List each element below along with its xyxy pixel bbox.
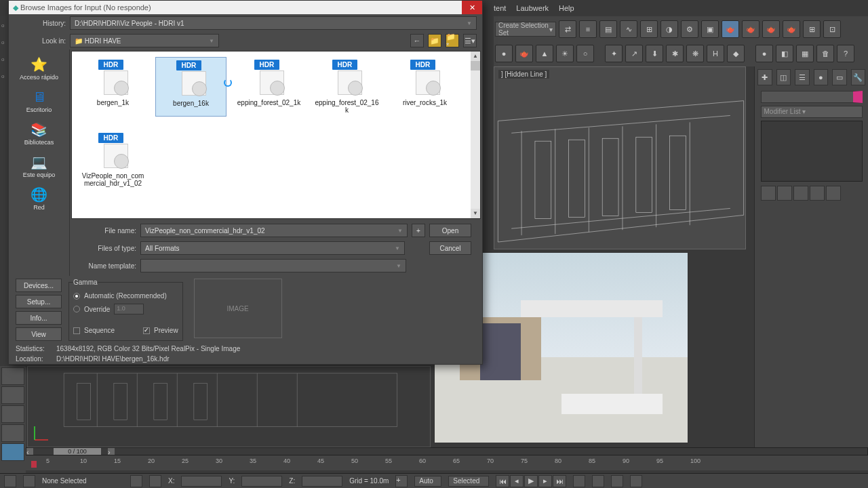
open-button[interactable]: Open bbox=[429, 224, 471, 237]
obj-teapot-icon[interactable]: 🫖 bbox=[515, 45, 533, 62]
gamma-auto-row[interactable]: Automatic (Recommended) bbox=[73, 290, 178, 302]
z-field[interactable] bbox=[302, 476, 342, 487]
sequence-checkbox[interactable] bbox=[73, 327, 80, 334]
toolbar-material-icon[interactable]: ◑ bbox=[660, 20, 678, 38]
place-acceso-rápido[interactable]: ⭐Acceso rápido bbox=[9, 52, 69, 85]
play-icon[interactable]: ▶ bbox=[524, 475, 538, 487]
time-slider-knob[interactable]: 0 / 100 bbox=[54, 448, 101, 455]
unique-icon[interactable] bbox=[793, 186, 808, 201]
filename-field[interactable]: VizPeople_non_commercial_hdr_v1_02▼ bbox=[140, 224, 408, 237]
autokey-button[interactable]: Auto bbox=[414, 476, 441, 487]
fx-particle-icon[interactable]: ✦ bbox=[605, 45, 623, 62]
y-field[interactable] bbox=[241, 476, 282, 487]
place-red[interactable]: 🌐Red bbox=[9, 182, 69, 215]
toolbar-teapot3-icon[interactable]: 🫖 bbox=[762, 20, 780, 38]
lock-icon[interactable] bbox=[23, 475, 35, 487]
scroll-up-icon[interactable]: ▲ bbox=[471, 52, 480, 61]
toolbar-mirror-icon[interactable]: ⇄ bbox=[559, 20, 576, 38]
toolbar-render-icon[interactable]: 🫖 bbox=[722, 20, 739, 38]
fx-misc-icon[interactable]: ◆ bbox=[727, 45, 745, 62]
config-mod-icon[interactable] bbox=[826, 186, 841, 201]
remove-mod-icon[interactable] bbox=[810, 186, 825, 201]
toolbar-grid-icon[interactable]: ⊞ bbox=[803, 20, 821, 38]
prev-frame-icon[interactable]: ◂ bbox=[510, 475, 524, 487]
layout-btn-2[interactable] bbox=[1, 386, 24, 404]
modify-tab-icon[interactable]: ◫ bbox=[776, 69, 791, 85]
viewport-perspective-wire[interactable]: ] [Hidden Line ] bbox=[494, 66, 746, 249]
fx-text-icon[interactable]: H bbox=[707, 45, 724, 62]
toolbar-render-setup-icon[interactable]: ⚙ bbox=[681, 20, 698, 38]
toolbar-schematic-icon[interactable]: ⊞ bbox=[640, 20, 658, 38]
nav-up-icon[interactable]: 📁 bbox=[428, 34, 441, 47]
obj-circle-icon[interactable]: ○ bbox=[576, 45, 594, 62]
menu-help[interactable]: Help bbox=[559, 4, 574, 12]
obj-sun-icon[interactable]: ☀ bbox=[556, 45, 574, 62]
place-escritorio[interactable]: 🖥Escritorio bbox=[9, 85, 69, 117]
toolbar-render-frame-icon[interactable]: ▣ bbox=[701, 20, 719, 38]
place-bibliotecas[interactable]: 📚Bibliotecas bbox=[9, 117, 69, 150]
gamma-spinner[interactable]: 1.0 bbox=[114, 304, 144, 314]
history-combo[interactable]: D:\HDRI\HDRI\Viz People - HDRI v1▼ bbox=[70, 16, 477, 30]
fx-foliage-icon[interactable]: ❋ bbox=[686, 45, 704, 62]
file-item[interactable]: HDRepping_forest_02_1k bbox=[233, 57, 304, 117]
shade-help-icon[interactable]: ? bbox=[837, 45, 854, 62]
file-list-area[interactable]: HDRbergen_1kHDRbergen_16kHDRepping_fores… bbox=[71, 51, 481, 219]
shade-box-icon[interactable]: ◧ bbox=[776, 45, 793, 62]
layout-btn-active[interactable] bbox=[1, 443, 24, 461]
scroll-down-icon[interactable]: ▼ bbox=[471, 209, 480, 218]
fx-gravity-icon[interactable]: ⬇ bbox=[646, 45, 663, 62]
lookin-combo[interactable]: 📁 HDRI HAVE▼ bbox=[70, 34, 219, 47]
fx-wind-icon[interactable]: ↗ bbox=[625, 45, 643, 62]
nav-viewmode-icon[interactable]: ☰▾ bbox=[463, 34, 477, 47]
filename-plus-button[interactable]: + bbox=[412, 224, 425, 237]
gamma-override-radio[interactable] bbox=[73, 306, 80, 312]
obj-sphere-icon[interactable]: ● bbox=[495, 45, 513, 62]
create-tab-icon[interactable]: ✚ bbox=[757, 69, 772, 85]
filetype-combo[interactable]: All Formats▼ bbox=[140, 241, 405, 255]
hierarchy-tab-icon[interactable]: ☰ bbox=[795, 69, 810, 85]
goto-end-icon[interactable]: ⏭ bbox=[553, 475, 566, 487]
layout-btn-4[interactable] bbox=[1, 424, 24, 442]
file-item[interactable]: HDRbergen_1k bbox=[77, 57, 149, 117]
dialog-close-button[interactable]: ✕ bbox=[462, 1, 482, 14]
x-field[interactable] bbox=[181, 476, 222, 487]
toolbar-teapot4-icon[interactable]: 🫖 bbox=[783, 20, 800, 38]
shade-checker-icon[interactable]: ▦ bbox=[796, 45, 814, 62]
preview-checkbox[interactable] bbox=[143, 327, 150, 334]
toolbar-curve-icon[interactable]: ∿ bbox=[620, 20, 637, 38]
next-frame-icon[interactable]: ▸ bbox=[538, 475, 552, 487]
menu-content[interactable]: tent bbox=[494, 4, 506, 12]
toolbar-snap-icon[interactable]: ⊡ bbox=[823, 20, 841, 38]
object-name-field[interactable] bbox=[761, 91, 863, 103]
fx-deflector-icon[interactable]: ✱ bbox=[666, 45, 684, 62]
add-time-tag-icon[interactable]: + bbox=[395, 475, 408, 487]
show-end-icon[interactable] bbox=[777, 186, 792, 201]
file-item[interactable]: HDRbergen_16k bbox=[155, 57, 226, 117]
file-item[interactable]: HDRepping_forest_02_16k bbox=[311, 57, 382, 117]
scroll-thumb[interactable] bbox=[471, 61, 480, 70]
time-scroll-right-icon[interactable]: › bbox=[108, 448, 115, 455]
selection-set-combo[interactable]: Create Selection Set▾ bbox=[495, 22, 556, 37]
viewport-orthographic[interactable] bbox=[27, 366, 431, 447]
nav-newfolder-icon[interactable]: 📁* bbox=[446, 34, 459, 47]
nav-back-icon[interactable]: ← bbox=[410, 34, 424, 47]
time-current-marker[interactable] bbox=[31, 461, 37, 468]
time-ruler[interactable]: 5101520253035404550556065707580859095100 bbox=[26, 455, 868, 470]
nav-orbit-icon[interactable] bbox=[611, 475, 623, 487]
menu-laubwerk[interactable]: Laubwerk bbox=[516, 4, 549, 12]
coord-sys-icon[interactable] bbox=[130, 475, 142, 487]
modifier-list-combo[interactable]: Modifier List ▾ bbox=[761, 106, 863, 118]
gamma-auto-radio[interactable] bbox=[73, 293, 80, 300]
layout-btn-1[interactable] bbox=[1, 367, 24, 385]
keymode-combo[interactable]: Selected bbox=[448, 476, 489, 487]
nametpl-combo[interactable]: ▼ bbox=[140, 259, 406, 272]
devices-button[interactable]: Devices... bbox=[16, 279, 62, 292]
toolbar-layers-icon[interactable]: ▤ bbox=[599, 20, 617, 38]
place-este-equipo[interactable]: 💻Este equipo bbox=[9, 150, 69, 182]
motion-tab-icon[interactable]: ● bbox=[814, 69, 829, 85]
nav-pan-icon[interactable] bbox=[573, 475, 585, 487]
time-scroll-left-icon[interactable]: ‹ bbox=[26, 448, 33, 455]
toolbar-align-icon[interactable]: ≡ bbox=[579, 20, 597, 38]
script-listener-icon[interactable] bbox=[4, 475, 16, 487]
pin-stack-icon[interactable] bbox=[761, 186, 776, 201]
